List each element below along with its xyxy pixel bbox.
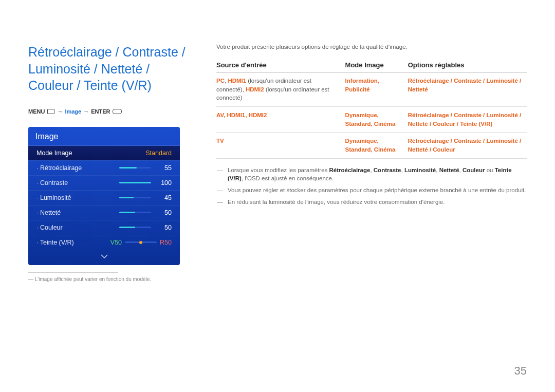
dash-icon: ― <box>216 198 224 207</box>
cell-source: TV <box>216 133 345 158</box>
osd-item-tint[interactable]: Teinte (V/R) V50 R50 <box>28 235 180 250</box>
cell-mode: Information, Publicité <box>345 72 408 107</box>
dash-icon: ― <box>216 166 224 183</box>
osd-item-label: Contraste <box>36 179 119 186</box>
osd-selected-value: Standard <box>145 150 172 157</box>
tint-left-value: V50 <box>110 239 122 246</box>
cell-mode: Dynamique, Standard, Cinéma <box>345 133 408 158</box>
breadcrumb-menu: MENU <box>28 108 45 115</box>
osd-panel: Image Mode Image Standard Rétroéclairage… <box>28 127 180 265</box>
note-item: ― Vous pouvez régler et stocker des para… <box>216 186 527 195</box>
osd-item-sharpness[interactable]: Netteté 50 <box>28 205 180 220</box>
arrow-icon: → <box>83 108 89 115</box>
notes-list: ― Lorsque vous modifiez les paramètres R… <box>216 166 527 207</box>
osd-item-backlight[interactable]: Rétroéclairage 55 <box>28 160 180 175</box>
th-source: Source d'entrée <box>216 61 345 72</box>
cell-mode: Dynamique, Standard, Cinéma <box>345 107 408 133</box>
intro-text: Votre produit présente plusieurs options… <box>216 44 527 50</box>
dash-icon: ― <box>216 186 224 195</box>
osd-item-label: Netteté <box>36 209 119 216</box>
arrow-icon: → <box>57 108 63 115</box>
table-row: PC, HDMI1 (lorsqu'un ordinateur est conn… <box>216 72 527 107</box>
menu-icon <box>47 109 54 114</box>
osd-item-label: Rétroéclairage <box>36 164 119 172</box>
osd-selected-label: Mode Image <box>36 150 72 157</box>
note-text: En réduisant la luminosité de l'image, v… <box>228 198 445 207</box>
breadcrumb-enter: ENTER <box>91 108 110 115</box>
table-row: AV, HDMI1, HDMI2 Dynamique, Standard, Ci… <box>216 107 527 133</box>
options-table: Source d'entrée Mode Image Options régla… <box>216 61 527 159</box>
cell-source: PC, HDMI1 (lorsqu'un ordinateur est conn… <box>216 72 345 107</box>
slider[interactable] <box>119 212 151 213</box>
note-item: ― Lorsque vous modifiez les paramètres R… <box>216 166 527 183</box>
osd-item-color[interactable]: Couleur 50 <box>28 220 180 235</box>
divider <box>28 272 118 273</box>
slider[interactable] <box>119 197 151 198</box>
osd-item-label: Couleur <box>36 224 119 231</box>
osd-selected-row[interactable]: Mode Image Standard <box>28 146 180 160</box>
th-mode: Mode Image <box>345 61 408 72</box>
slider[interactable] <box>119 167 151 169</box>
note-text: Lorsque vous modifiez les paramètres Rét… <box>228 166 527 183</box>
osd-item-brightness[interactable]: Luminosité 45 <box>28 190 180 205</box>
cell-source: AV, HDMI1, HDMI2 <box>216 107 345 133</box>
slider[interactable] <box>119 227 151 228</box>
osd-item-value: 50 <box>156 209 172 216</box>
osd-item-value: 50 <box>156 224 172 231</box>
cell-options: Rétroéclairage / Contraste / Luminosité … <box>408 133 527 158</box>
osd-item-label: Teinte (V/R) <box>36 239 74 246</box>
osd-title: Image <box>28 127 180 146</box>
osd-item-value: 55 <box>156 164 172 172</box>
cell-options: Rétroéclairage / Contraste / Luminosité … <box>408 107 527 133</box>
slider[interactable] <box>119 182 151 183</box>
note-text: Vous pouvez régler et stocker des paramè… <box>228 186 526 195</box>
note-item: ― En réduisant la luminosité de l'image,… <box>216 198 527 207</box>
page-title: Rétroéclairage / Contraste / Luminosité … <box>28 44 198 94</box>
page-number: 35 <box>514 364 527 378</box>
osd-item-contrast[interactable]: Contraste 100 <box>28 175 180 190</box>
tint-slider[interactable] <box>125 241 157 243</box>
tint-right-value: R50 <box>160 239 172 246</box>
th-options: Options réglables <box>408 61 527 72</box>
cell-options: Rétroéclairage / Contraste / Luminosité … <box>408 72 527 107</box>
chevron-down-icon[interactable] <box>28 250 180 265</box>
footnote: ― L'image affichée peut varier en foncti… <box>28 276 198 283</box>
breadcrumb-image: Image <box>65 108 81 115</box>
osd-item-value: 45 <box>156 194 172 201</box>
breadcrumb: MENU → Image → ENTER <box>28 108 198 115</box>
enter-icon <box>113 109 122 114</box>
osd-item-label: Luminosité <box>36 194 119 201</box>
table-row: TV Dynamique, Standard, Cinéma Rétroécla… <box>216 133 527 158</box>
osd-item-value: 100 <box>156 179 172 186</box>
